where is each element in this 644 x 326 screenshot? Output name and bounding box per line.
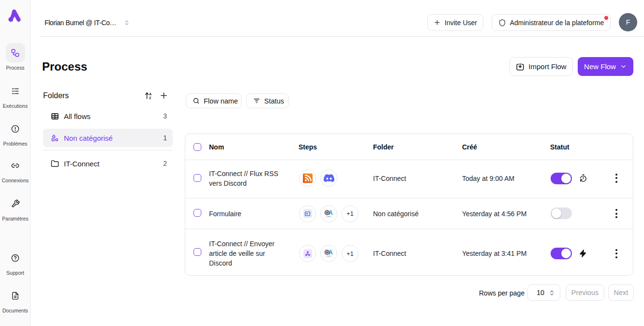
svg-text:A: A xyxy=(329,209,333,216)
svg-text:Z: Z xyxy=(149,96,151,100)
svg-text:A: A xyxy=(329,249,333,256)
